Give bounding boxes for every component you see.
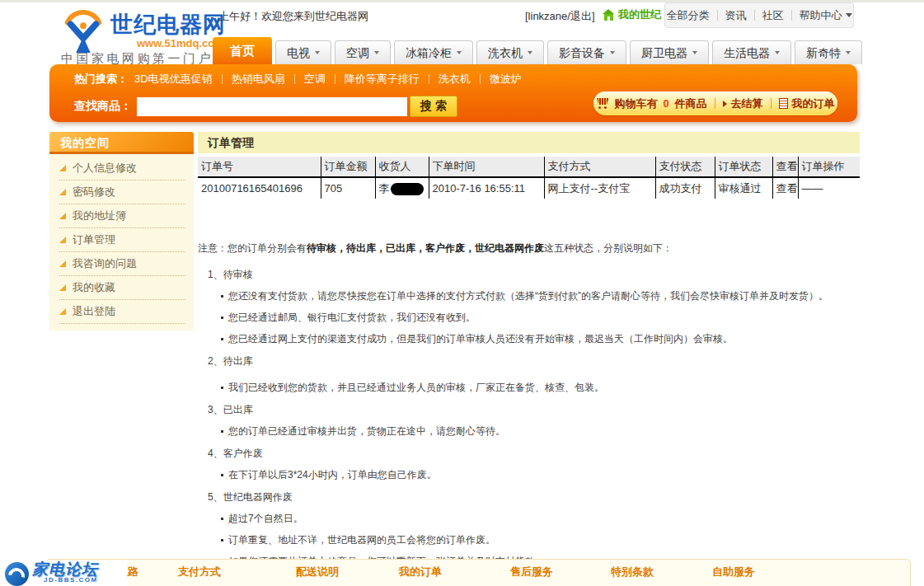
tab-tv[interactable]: 电视 bbox=[275, 40, 331, 64]
hot-link-fans[interactable]: 热销电风扇 bbox=[232, 72, 285, 87]
note-section-title: 4、客户作废 bbox=[208, 447, 860, 460]
tab-home[interactable]: 首页 bbox=[213, 37, 272, 64]
bullet-icon bbox=[221, 518, 223, 520]
chevron-down-icon bbox=[846, 13, 852, 17]
tab-washing-machine[interactable]: 洗衣机 bbox=[476, 40, 544, 64]
tab-life-appliance[interactable]: 生活电器 bbox=[712, 40, 791, 64]
chevron-down-icon bbox=[374, 51, 379, 54]
tab-av-equipment[interactable]: 影音设备 bbox=[547, 40, 626, 64]
search-input[interactable] bbox=[137, 97, 407, 116]
col-operation: 订单操作 bbox=[798, 157, 860, 177]
hot-link-ac[interactable]: 空调 bbox=[304, 72, 326, 87]
sidebar-item-password-change[interactable]: 密码修改 bbox=[59, 180, 185, 204]
checkout-link[interactable]: 去结算 bbox=[723, 96, 763, 111]
sidebar-item-logout[interactable]: 退出登陆 bbox=[59, 300, 185, 324]
cart-suffix: 件商品 bbox=[675, 96, 707, 111]
sidebar-title: 我的空间 bbox=[49, 132, 194, 154]
quick-link-help-center[interactable]: 帮助中心 bbox=[800, 8, 852, 23]
forum-logo-icon bbox=[5, 562, 29, 586]
divider bbox=[222, 74, 223, 84]
forum-logo[interactable]: 家电论坛 JD-BBS.COM bbox=[2, 560, 127, 586]
page: 世纪电器网 www.51mdq.com 中国家电网购第一门户 上午好！欢迎您来到… bbox=[0, 0, 924, 586]
col-order-time: 下单时间 bbox=[429, 157, 544, 177]
quick-link-categories[interactable]: 全部分类 bbox=[667, 8, 710, 23]
sidebar-item-label: 密码修改 bbox=[73, 185, 115, 199]
footer-col-title: 售后服务 bbox=[510, 565, 579, 579]
tab-novelty[interactable]: 新奇特 bbox=[795, 40, 862, 64]
tab-fridge-freezer[interactable]: 冰箱冷柜 bbox=[394, 40, 473, 64]
cart-summary-link[interactable]: 购物车有 0 件商品 bbox=[596, 96, 706, 111]
forum-name: 家电论坛 bbox=[32, 564, 98, 574]
my-orders-link[interactable]: 我的订单 bbox=[779, 96, 835, 111]
cell-consignee: 李 bbox=[375, 177, 429, 199]
bullet-icon bbox=[221, 387, 223, 389]
note-section-title: 1、待审核 bbox=[208, 268, 860, 281]
search-label: 查找商品： bbox=[74, 99, 132, 114]
col-payment-status: 支付状态 bbox=[655, 157, 715, 177]
hot-link-washer[interactable]: 洗衣机 bbox=[439, 72, 471, 87]
hot-link-microwave[interactable]: 微波炉 bbox=[490, 72, 522, 87]
bullet-text: 在下订单以后3*24小时内，订单由您自己作废。 bbox=[228, 468, 437, 481]
tab-label: 厨卫电器 bbox=[641, 41, 687, 65]
forum-logo-text: 家电论坛 JD-BBS.COM bbox=[32, 564, 98, 585]
notice-prefix: 注意：您的订单分别会有 bbox=[198, 242, 307, 254]
footer-col-payment: 支付方式 货到付款 bbox=[178, 565, 227, 586]
footer-col-special-terms: 特别条款 隐私安全 bbox=[611, 565, 660, 586]
bullet-text: 订单重复、地址不详，世纪电器网的员工会将您的订单作废。 bbox=[228, 533, 495, 546]
tab-label: 洗衣机 bbox=[488, 41, 523, 65]
site-logo[interactable]: 世纪电器网 www.51mdq.com bbox=[59, 7, 226, 54]
hot-link-plasma[interactable]: 降价等离子排行 bbox=[345, 72, 420, 87]
cart-prefix: 购物车有 bbox=[614, 96, 657, 111]
table-row: 20100716165401696 705 李 2010-7-16 16:55:… bbox=[198, 177, 860, 199]
chevron-down-icon bbox=[315, 51, 320, 54]
divider bbox=[771, 98, 772, 109]
tab-air-conditioner[interactable]: 空调 bbox=[335, 40, 391, 64]
corner-arrow-icon bbox=[59, 284, 66, 291]
search-button[interactable]: 搜 索 bbox=[410, 96, 457, 117]
site-name: 世纪电器网 bbox=[110, 13, 226, 36]
sidebar-item-my-questions[interactable]: 我咨询的问题 bbox=[59, 252, 185, 276]
user-session-link[interactable]: [linkzane/退出] bbox=[525, 9, 595, 24]
bullet-icon bbox=[221, 474, 223, 476]
sidebar-item-favorites[interactable]: 我的收藏 bbox=[59, 276, 185, 300]
sidebar-item-order-management[interactable]: 订单管理 bbox=[59, 228, 185, 252]
quick-link-news[interactable]: 资讯 bbox=[725, 8, 747, 23]
bullet-text: 您已经通过邮局、银行电汇支付货款，我们还没有收到。 bbox=[228, 311, 476, 324]
bullet-text: 我们已经收到您的货款，并且已经通过业务人员的审核，厂家正在备货、核查、包装。 bbox=[228, 381, 604, 394]
order-status-notes: 注意：您的订单分别会有待审核，待出库，已出库，客户作废，世纪电器网作废这五种状态… bbox=[198, 241, 860, 568]
sidebar-item-label: 个人信息修改 bbox=[73, 161, 137, 176]
bullet-icon bbox=[221, 338, 223, 340]
help-center-label: 帮助中心 bbox=[800, 8, 842, 23]
chevron-down-icon bbox=[692, 51, 697, 54]
cell-payment-status: 成功支付 bbox=[655, 177, 715, 199]
sidebar-item-address-book[interactable]: 我的地址簿 bbox=[59, 204, 185, 228]
footer-col-title: 配送说明 bbox=[296, 565, 355, 579]
my-century-link[interactable]: 我的世纪 bbox=[603, 7, 661, 22]
cell-amount: 705 bbox=[321, 177, 375, 199]
divider bbox=[791, 10, 792, 21]
bullet-text: 您的订单已经通过审核并出货，货物正在途中，请您耐心等待。 bbox=[228, 424, 505, 438]
checkout-label: 去结算 bbox=[731, 96, 763, 111]
cart-icon bbox=[596, 98, 610, 109]
sidebar-item-label: 我的地址簿 bbox=[73, 209, 126, 223]
search-panel: 热门搜索： 3D电视优惠促销 热销电风扇 空调 降价等离子排行 洗衣机 微波炉 … bbox=[49, 64, 857, 122]
col-amount: 订单金额 bbox=[321, 157, 375, 177]
quick-link-community[interactable]: 社区 bbox=[762, 8, 784, 23]
orders-table: 订单号 订单金额 收货人 下单时间 支付方式 支付状态 订单状态 查看 订单操作… bbox=[198, 157, 860, 199]
tab-label: 影音设备 bbox=[559, 41, 605, 65]
sidebar-item-profile-edit[interactable]: 个人信息修改 bbox=[59, 157, 185, 180]
hot-link-3d-tv[interactable]: 3D电视优惠促销 bbox=[134, 72, 213, 87]
cell-order-status: 审核通过 bbox=[715, 177, 772, 199]
notice-statuses: 待审核，待出库，已出库，客户作废，世纪电器网作废 bbox=[307, 242, 544, 254]
note-section-title: 3、已出库 bbox=[208, 403, 860, 416]
sidebar-item-label: 退出登陆 bbox=[73, 304, 115, 319]
col-order-status: 订单状态 bbox=[715, 157, 772, 177]
view-order-link[interactable]: 查看 bbox=[772, 177, 798, 199]
footer-col-title: 自助服务 bbox=[712, 565, 762, 579]
cell-payment-method: 网上支付--支付宝 bbox=[544, 177, 655, 199]
sidebar-item-label: 我的收藏 bbox=[73, 280, 115, 295]
tab-label: 空调 bbox=[346, 41, 369, 65]
tab-kitchen-bath[interactable]: 厨卫电器 bbox=[630, 40, 709, 64]
col-consignee: 收货人 bbox=[375, 157, 429, 177]
consignee-text: 李 bbox=[379, 182, 390, 195]
